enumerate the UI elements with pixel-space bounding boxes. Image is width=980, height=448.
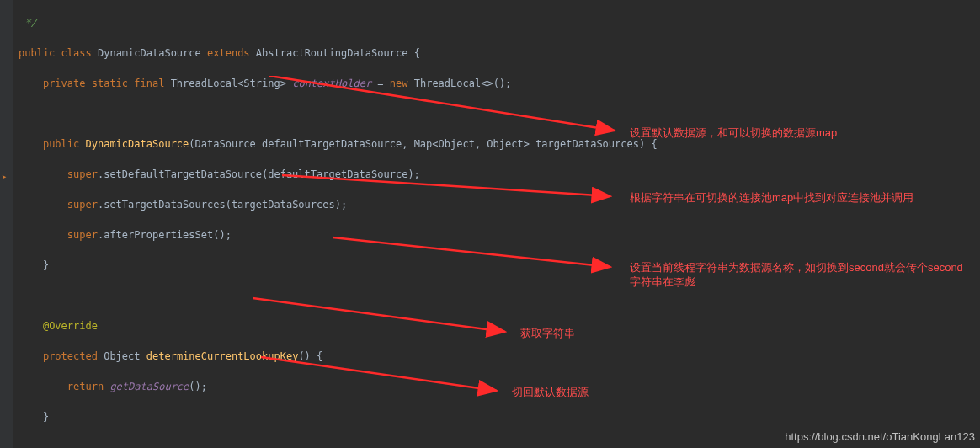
call-afterprops: afterPropertiesSet	[104, 229, 213, 241]
watermark-text: https://blog.csdn.net/oTianKongLan123	[785, 429, 975, 445]
field-type: ThreadLocal<String>	[171, 77, 286, 89]
annotation-4: 获取字符串	[520, 327, 575, 341]
kw-super-3: super	[67, 229, 98, 241]
ctor-call: ThreadLocal<>();	[414, 77, 512, 89]
gutter-caret-icon: ➤	[2, 171, 7, 184]
kw-return-1: return	[67, 381, 104, 392]
annotation-3: 设置当前线程字符串为数据源名称，如切换到second就会传个second字符串在…	[630, 261, 967, 290]
ctor-mod: public	[43, 138, 79, 150]
annotation-2: 根据字符串在可切换的连接池map中找到对应连接池并调用	[630, 191, 913, 205]
return-type-object: Object	[104, 350, 140, 362]
kw-extends: extends	[207, 47, 250, 59]
kw-super-2: super	[67, 199, 98, 211]
superclass-name: AbstractRoutingDataSource	[256, 47, 408, 59]
kw-public: public	[19, 47, 55, 59]
ctor-params: (DataSource defaultTargetDataSource, Map…	[189, 138, 657, 150]
method-determine: determineCurrentLookupKey	[146, 350, 299, 362]
call-getdatasource: getDataSource	[109, 381, 189, 392]
class-name: DynamicDataSource	[98, 47, 201, 59]
kw-new: new	[390, 77, 408, 89]
annotation-override: @Override	[43, 320, 98, 332]
call-settarget: setTargetDataSources	[104, 199, 226, 211]
comment-end: */	[19, 17, 37, 29]
field-name: contextHolder	[292, 77, 371, 89]
ctor-name: DynamicDataSource	[86, 138, 189, 150]
kw-protected: protected	[43, 350, 98, 362]
code-editor[interactable]: */ public class DynamicDataSource extend…	[15, 0, 980, 448]
annotation-1: 设置默认数据源，和可以切换的数据源map	[630, 126, 837, 141]
kw-class: class	[61, 47, 92, 59]
annotation-5: 切回默认数据源	[512, 386, 589, 400]
kw-super-1: super	[67, 168, 98, 180]
call-setdefault: setDefaultTargetDataSource	[104, 168, 262, 180]
editor-gutter	[0, 0, 13, 448]
field-modifiers: private static final	[43, 77, 165, 89]
